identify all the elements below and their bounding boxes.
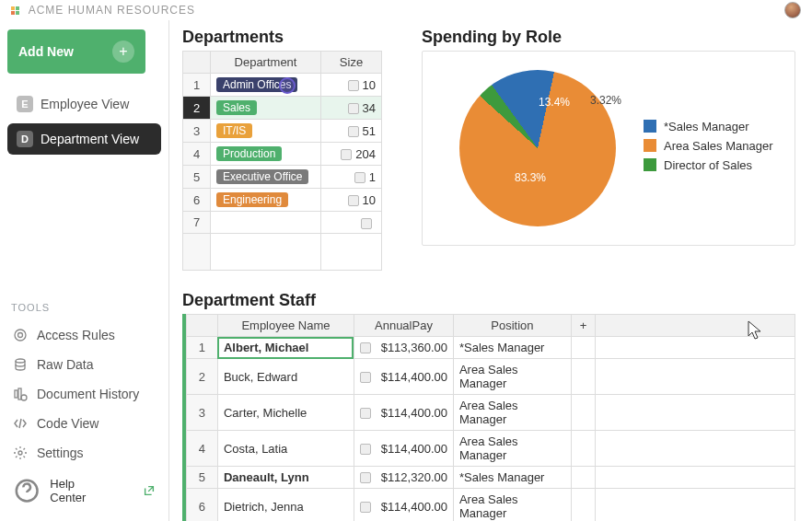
row-number[interactable]: 6: [183, 189, 211, 212]
department-cell[interactable]: Sales: [211, 97, 321, 120]
spending-chart-section: Spending by Role 13.4%83.3%3.32% *Sales …: [422, 28, 795, 246]
table-row[interactable]: 5Executive Office1: [183, 166, 382, 189]
reference-icon: [360, 408, 371, 419]
row-number[interactable]: 2: [186, 359, 217, 395]
table-row[interactable]: 4Production204: [183, 143, 382, 166]
avatar[interactable]: [784, 2, 801, 18]
reference-icon: [361, 218, 372, 229]
reference-icon: [348, 195, 359, 206]
col-header-employee-name[interactable]: Employee Name: [217, 315, 354, 337]
department-cell[interactable]: IT/IS: [211, 120, 321, 143]
position-cell[interactable]: *Sales Manager: [453, 467, 571, 489]
table-row[interactable]: 6Engineering10: [183, 189, 382, 212]
col-header-rownum[interactable]: [183, 52, 211, 74]
sidebar-item-label: Department View: [41, 132, 139, 146]
size-cell[interactable]: 1: [321, 166, 382, 189]
col-header-department[interactable]: Department: [211, 52, 321, 74]
table-row[interactable]: 3IT/IS51: [183, 120, 382, 143]
table-row[interactable]: 2Sales34: [183, 97, 382, 120]
col-header-rownum[interactable]: [186, 315, 217, 337]
position-cell[interactable]: Area Sales Manager: [453, 395, 571, 431]
row-number[interactable]: 7: [183, 212, 211, 234]
sidebar-item-access-rules[interactable]: Access Rules: [7, 320, 161, 350]
annual-pay-cell[interactable]: $112,320.00: [354, 467, 453, 489]
legend-item[interactable]: Director of Sales: [644, 158, 773, 172]
pay-value: $114,400.00: [381, 500, 447, 514]
legend-item[interactable]: *Sales Manager: [644, 120, 773, 133]
position-cell[interactable]: Area Sales Manager: [453, 489, 571, 522]
employee-name-cell[interactable]: Carter, Michelle: [217, 395, 354, 431]
add-column-button[interactable]: +: [571, 315, 595, 337]
sidebar-item-raw-data[interactable]: Raw Data: [7, 350, 161, 379]
size-cell[interactable]: 204: [321, 143, 382, 166]
reference-icon: [348, 80, 359, 91]
row-number[interactable]: 2: [183, 97, 211, 120]
table-row[interactable]: 1Admin Offices10: [183, 74, 382, 97]
row-number[interactable]: 5: [186, 467, 217, 489]
annual-pay-cell[interactable]: $114,400.00: [354, 431, 453, 467]
staff-table[interactable]: Employee Name AnnualPay Position + 1Albe…: [186, 314, 795, 521]
size-cell[interactable]: 10: [321, 74, 382, 97]
row-number[interactable]: 3: [183, 120, 211, 143]
legend-swatch-icon: [644, 139, 656, 152]
row-number[interactable]: 1: [186, 337, 217, 359]
employee-name-cell[interactable]: Albert, Michael: [217, 337, 354, 359]
department-cell[interactable]: Production: [211, 143, 321, 166]
table-row[interactable]: 5Daneault, Lynn$112,320.00*Sales Manager: [186, 467, 795, 489]
row-number[interactable]: 1: [183, 74, 211, 97]
reference-icon: [360, 372, 371, 383]
reference-icon: [348, 103, 359, 114]
size-cell[interactable]: 51: [321, 120, 382, 143]
annual-pay-cell[interactable]: $114,400.00: [354, 359, 453, 395]
sidebar-item-settings[interactable]: Settings: [7, 438, 161, 468]
row-number[interactable]: 5: [183, 166, 211, 189]
row-number[interactable]: 4: [186, 431, 217, 467]
col-header-position[interactable]: Position: [453, 315, 571, 337]
empty-cell: [595, 431, 795, 467]
table-row[interactable]: 4Costa, Latia$114,400.00Area Sales Manag…: [186, 431, 795, 467]
pay-value: $114,400.00: [381, 442, 447, 456]
employee-name-cell[interactable]: Costa, Latia: [217, 431, 354, 467]
table-row[interactable]: 7: [183, 212, 382, 234]
department-cell[interactable]: [211, 212, 321, 234]
sidebar-item-code-view[interactable]: Code View: [7, 409, 161, 438]
legend-item[interactable]: Area Sales Manager: [644, 139, 773, 153]
add-new-button[interactable]: Add New +: [7, 29, 145, 74]
table-row[interactable]: [183, 234, 382, 271]
size-cell[interactable]: 34: [321, 97, 382, 120]
annual-pay-cell[interactable]: $114,400.00: [354, 395, 453, 431]
row-number[interactable]: 6: [186, 489, 217, 522]
annual-pay-cell[interactable]: $114,400.00: [354, 489, 453, 522]
sidebar-item-help-center[interactable]: Help Center: [7, 469, 161, 512]
employee-name-cell[interactable]: Dietrich, Jenna: [217, 489, 354, 522]
position-cell[interactable]: Area Sales Manager: [453, 431, 571, 467]
table-row[interactable]: 2Buck, Edward$114,400.00Area Sales Manag…: [186, 359, 795, 395]
history-icon: [13, 387, 28, 401]
sidebar-item-department-view[interactable]: D Department View: [7, 123, 161, 155]
employee-name-cell[interactable]: Daneault, Lynn: [217, 467, 354, 489]
department-cell[interactable]: Executive Office: [211, 166, 321, 189]
sidebar: Add New + E Employee View D Department V…: [0, 20, 169, 521]
table-row[interactable]: 6Dietrich, Jenna$114,400.00Area Sales Ma…: [186, 489, 795, 522]
tool-label: Raw Data: [37, 357, 93, 372]
sidebar-item-document-history[interactable]: Document History: [7, 379, 161, 409]
employee-name-cell[interactable]: Buck, Edward: [217, 359, 354, 395]
departments-table[interactable]: Department Size 1Admin Offices102Sales34…: [182, 51, 382, 271]
position-cell[interactable]: *Sales Manager: [453, 337, 571, 359]
department-cell[interactable]: Admin Offices: [211, 74, 321, 97]
department-cell[interactable]: Engineering: [211, 189, 321, 212]
annual-pay-cell[interactable]: $113,360.00: [354, 337, 453, 359]
position-cell[interactable]: Area Sales Manager: [453, 359, 571, 395]
table-row[interactable]: 1Albert, Michael$113,360.00*Sales Manage…: [186, 337, 795, 359]
col-header-annual-pay[interactable]: AnnualPay: [354, 315, 453, 337]
size-cell[interactable]: [321, 212, 382, 234]
col-header-size[interactable]: Size: [321, 52, 382, 74]
row-number[interactable]: 4: [183, 143, 211, 166]
row-number[interactable]: 3: [186, 395, 217, 431]
size-cell[interactable]: 10: [321, 189, 382, 212]
svg-point-1: [18, 332, 23, 337]
table-row[interactable]: 3Carter, Michelle$114,400.00Area Sales M…: [186, 395, 795, 431]
sidebar-item-employee-view[interactable]: E Employee View: [7, 88, 161, 120]
size-value: 34: [363, 101, 376, 115]
department-pill: Engineering: [216, 192, 288, 207]
